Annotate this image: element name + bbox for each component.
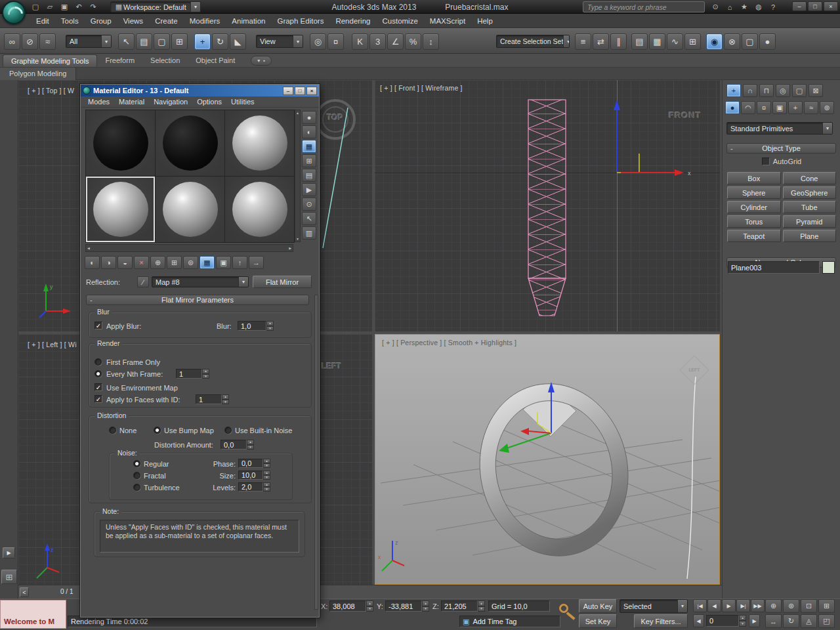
snap-toggle-3d-icon[interactable]: 3 — [369, 33, 386, 50]
put-material-to-scene-icon[interactable]: ◑ — [101, 256, 116, 269]
y-coordinate-spinner[interactable]: ▴▾ — [422, 600, 429, 612]
assign-material-icon[interactable]: ◒ — [117, 256, 133, 269]
sample-horizontal-scrollbar[interactable]: ◀ ▶ — [85, 244, 293, 252]
mirror-icon[interactable]: ⇄ — [593, 33, 609, 50]
new-scene-icon[interactable]: ▢ — [29, 2, 42, 12]
zoom-all-icon[interactable]: ⊛ — [783, 599, 799, 613]
menu-group[interactable]: Group — [85, 15, 117, 27]
me-maximize-button[interactable]: □ — [295, 87, 305, 95]
hierarchy-tab-icon[interactable]: ⊓ — [759, 84, 774, 97]
utilities-tab-icon[interactable]: ⊠ — [808, 84, 823, 97]
z-coordinate-field[interactable]: 21,205 — [441, 600, 478, 612]
me-close-button[interactable]: × — [306, 87, 317, 95]
go-to-end-button[interactable]: ▶▶ — [751, 599, 765, 612]
menu-modifiers[interactable]: Modifiers — [184, 15, 226, 27]
tab-selection[interactable]: Selection — [142, 54, 188, 67]
material-slot-5[interactable] — [156, 177, 224, 242]
select-object-icon[interactable]: ↖ — [118, 33, 135, 50]
open-file-icon[interactable]: ▱ — [43, 2, 56, 12]
window-crossing-icon[interactable]: ⊞ — [171, 33, 188, 50]
menu-help[interactable]: Help — [471, 15, 499, 27]
spinner-snap-icon[interactable]: ↕ — [423, 33, 439, 50]
me-menu-utilities[interactable]: Utilities — [226, 96, 259, 107]
material-options-icon[interactable]: ⊙ — [302, 198, 316, 211]
y-coordinate-field[interactable]: -33,881 — [385, 600, 422, 612]
menu-graph-editors[interactable]: Graph Editors — [271, 15, 329, 27]
align-icon[interactable]: ∥ — [610, 33, 627, 50]
display-tab-icon[interactable]: ▢ — [792, 84, 807, 97]
put-to-library-icon[interactable]: ⊞ — [167, 256, 182, 269]
key-selection-dropdown[interactable]: Selected▾ — [620, 599, 688, 613]
first-frame-only-radio[interactable] — [94, 358, 102, 366]
menu-rendering[interactable]: Rendering — [329, 15, 376, 27]
sphere-button[interactable]: Sphere — [727, 186, 781, 199]
render-setup-icon[interactable]: ⊗ — [724, 33, 740, 50]
background-icon[interactable]: ▦ — [302, 140, 316, 153]
community-icon[interactable]: ⌂ — [723, 2, 736, 12]
noise-fractal-radio[interactable] — [133, 472, 140, 479]
distortion-none-radio[interactable] — [109, 427, 116, 434]
notifications-icon[interactable]: ◍ — [752, 2, 765, 12]
show-end-result-icon[interactable]: ▣ — [216, 256, 231, 269]
me-menu-navigation[interactable]: Navigation — [149, 96, 192, 107]
me-menu-options[interactable]: Options — [192, 96, 226, 107]
eyedropper-icon[interactable]: ∕ — [137, 276, 149, 287]
make-preview-icon[interactable]: ▶ — [302, 183, 316, 196]
viewport-perspective-label[interactable]: [ + ] [ Perspective ] [ Smooth + Highlig… — [382, 339, 516, 346]
zoom-region-icon[interactable]: ⊞ — [818, 599, 835, 613]
select-by-material-icon[interactable]: ↖ — [302, 212, 316, 225]
select-and-link-icon[interactable]: ∞ — [4, 33, 20, 50]
geosphere-button[interactable]: GeoSphere — [783, 186, 837, 199]
reset-map-icon[interactable]: × — [134, 256, 149, 269]
rectangular-region-icon[interactable]: ▢ — [154, 33, 170, 50]
current-frame-spinner[interactable]: ▴▾ — [739, 615, 746, 627]
undo-icon[interactable]: ↶ — [72, 2, 85, 12]
noise-phase-spinner[interactable]: ▴▾ — [263, 459, 270, 468]
noise-levels-spinner[interactable]: ▴▾ — [263, 482, 270, 492]
reference-coordinate-dropdown[interactable]: View▾ — [256, 35, 303, 48]
plane-button[interactable]: Plane — [783, 230, 837, 242]
select-and-manipulate-icon[interactable]: ¤ — [327, 33, 344, 50]
previous-frame-button[interactable]: ◀ — [707, 599, 721, 612]
space-warps-icon[interactable]: ≈ — [804, 101, 818, 114]
reference-coordinate-icon[interactable]: ◎ — [310, 33, 326, 50]
shapes-icon[interactable]: ◠ — [741, 101, 755, 114]
parameters-scrollbar[interactable] — [314, 295, 318, 610]
create-tab-icon[interactable]: + — [726, 84, 741, 97]
me-menu-material[interactable]: Material — [114, 96, 149, 107]
blur-value-field[interactable]: 1,0 — [238, 321, 266, 331]
ribbon-toggle-icon[interactable]: ▦ — [649, 33, 665, 50]
viewport-front-label[interactable]: [ + ] [ Front ] [ Wireframe ] — [380, 84, 463, 92]
menu-maxscript[interactable]: MAXScript — [424, 15, 471, 27]
redo-icon[interactable]: ↷ — [87, 2, 100, 12]
z-coordinate-spinner[interactable]: ▴▾ — [478, 600, 485, 612]
use-environment-map-checkbox[interactable] — [94, 383, 102, 391]
previous-key-button[interactable]: ◀ — [693, 614, 704, 627]
next-key-button[interactable]: ▶ — [749, 614, 760, 627]
teapot-button[interactable]: Teapot — [727, 230, 781, 242]
save-file-icon[interactable]: ▣ — [58, 2, 71, 12]
create-selection-set-dropdown[interactable]: Create Selection Set▾ — [496, 35, 570, 48]
show-map-in-viewport-icon[interactable]: ▦ — [200, 256, 215, 269]
auto-key-button[interactable]: Auto Key — [579, 599, 617, 613]
maximize-viewport-icon[interactable]: ◰ — [818, 614, 835, 628]
noise-turbulence-radio[interactable] — [133, 484, 140, 491]
get-material-icon[interactable]: ◐ — [85, 256, 100, 269]
app-logo-icon[interactable] — [2, 1, 26, 24]
app-titlebar[interactable]: ▢▱▣↶↷ ▦ Workspace: Default ▾ Autodesk 3d… — [0, 0, 840, 14]
systems-icon[interactable]: ⊛ — [820, 101, 834, 114]
add-time-tag-button[interactable]: ▣ Add Time Tag — [459, 616, 560, 627]
select-and-scale-icon[interactable]: ◣ — [230, 33, 246, 50]
workspace-dropdown[interactable]: ▦ Workspace: Default ▾ — [110, 1, 201, 12]
viewport-top-label[interactable]: [ + ] [ Top ] [ W — [28, 87, 74, 94]
material-map-navigator-icon[interactable]: ▥ — [302, 226, 316, 240]
motion-tab-icon[interactable]: ◎ — [776, 84, 790, 97]
every-nth-frame-spinner[interactable]: ▴▾ — [202, 369, 209, 379]
make-unique-icon[interactable]: ⊕ — [150, 256, 165, 269]
object-color-swatch[interactable] — [822, 261, 835, 274]
rendered-frame-icon[interactable]: ▢ — [742, 33, 758, 50]
primitives-dropdown[interactable]: Standard Primitives▾ — [726, 122, 833, 135]
keyboard-override-icon[interactable]: K — [352, 33, 368, 50]
help-icon[interactable]: ? — [766, 2, 780, 12]
noise-size-spinner[interactable]: ▴▾ — [263, 471, 270, 480]
